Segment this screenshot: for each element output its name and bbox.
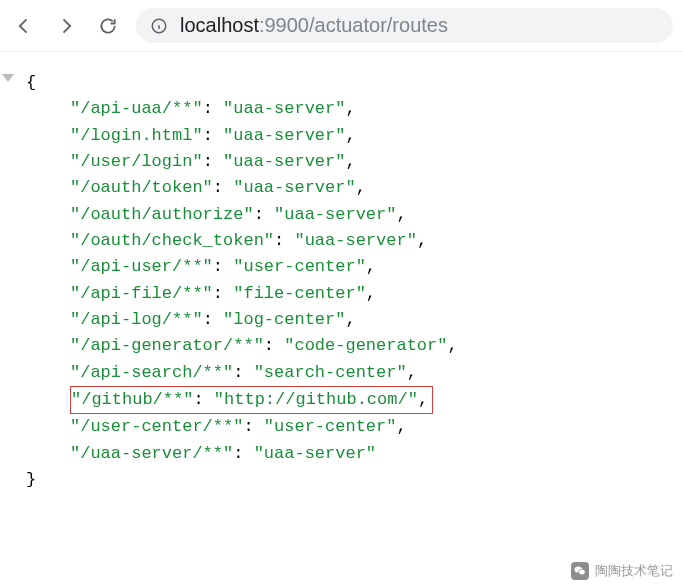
json-key: "/api-user/**" — [70, 257, 213, 276]
json-key: "/github/**" — [71, 390, 193, 409]
json-colon: : — [203, 99, 223, 118]
json-colon: : — [203, 152, 223, 171]
json-entry: "/user-center/**": "user-center", — [8, 414, 675, 440]
json-comma: , — [356, 178, 366, 197]
json-key: "/oauth/authorize" — [70, 205, 254, 224]
json-value: "uaa-server" — [274, 205, 396, 224]
watermark-text: 陶陶技术笔记 — [595, 562, 673, 580]
json-comma: , — [417, 231, 427, 250]
json-viewer: { "/api-uaa/**": "uaa-server","/login.ht… — [0, 52, 683, 504]
url-path: :9900/actuator/routes — [259, 14, 448, 36]
json-value: "uaa-server" — [223, 99, 345, 118]
json-comma: , — [366, 257, 376, 276]
json-key: "/user-center/**" — [70, 417, 243, 436]
json-value: "file-center" — [233, 284, 366, 303]
json-colon: : — [274, 231, 294, 250]
json-entry: "/api-user/**": "user-center", — [8, 254, 675, 280]
json-comma: , — [366, 284, 376, 303]
json-colon: : — [233, 444, 253, 463]
json-colon: : — [193, 390, 213, 409]
json-comma: , — [418, 390, 428, 409]
json-entry: "/user/login": "uaa-server", — [8, 149, 675, 175]
json-value: "uaa-server" — [254, 444, 376, 463]
url-host: localhost — [180, 14, 259, 36]
json-entry: "/uaa-server/**": "uaa-server" — [8, 441, 675, 467]
json-entry: "/api-uaa/**": "uaa-server", — [8, 96, 675, 122]
json-colon: : — [233, 363, 253, 382]
json-colon: : — [243, 417, 263, 436]
json-colon: : — [203, 310, 223, 329]
json-comma: , — [447, 336, 457, 355]
json-entry: "/oauth/authorize": "uaa-server", — [8, 202, 675, 228]
json-comma: , — [345, 99, 355, 118]
json-key: "/user/login" — [70, 152, 203, 171]
address-bar[interactable]: localhost:9900/actuator/routes — [136, 8, 673, 43]
json-key: "/oauth/check_token" — [70, 231, 274, 250]
json-entry: "/oauth/token": "uaa-server", — [8, 175, 675, 201]
json-key: "/api-uaa/**" — [70, 99, 203, 118]
json-value: "user-center" — [264, 417, 397, 436]
json-value: "search-center" — [254, 363, 407, 382]
json-open-brace: { — [26, 70, 675, 96]
json-comma: , — [345, 310, 355, 329]
json-colon: : — [254, 205, 274, 224]
url-text: localhost:9900/actuator/routes — [180, 14, 448, 37]
wechat-icon — [571, 562, 589, 580]
reload-button[interactable] — [94, 12, 122, 40]
json-comma: , — [396, 417, 406, 436]
json-value: "user-center" — [233, 257, 366, 276]
back-button[interactable] — [10, 12, 38, 40]
json-key: "/oauth/token" — [70, 178, 213, 197]
json-entry: "/api-file/**": "file-center", — [8, 281, 675, 307]
json-key: "/api-generator/**" — [70, 336, 264, 355]
json-entry: "/github/**": "http://github.com/", — [70, 386, 433, 414]
json-close-brace: } — [26, 467, 675, 493]
json-entry: "/api-generator/**": "code-generator", — [8, 333, 675, 359]
browser-toolbar: localhost:9900/actuator/routes — [0, 0, 683, 52]
json-entry: "/api-search/**": "search-center", — [8, 360, 675, 386]
json-colon: : — [264, 336, 284, 355]
json-key: "/login.html" — [70, 126, 203, 145]
json-colon: : — [213, 178, 233, 197]
json-colon: : — [203, 126, 223, 145]
json-entry: "/oauth/check_token": "uaa-server", — [8, 228, 675, 254]
json-key: "/uaa-server/**" — [70, 444, 233, 463]
json-comma: , — [345, 126, 355, 145]
json-colon: : — [213, 284, 233, 303]
json-value: "log-center" — [223, 310, 345, 329]
json-comma: , — [407, 363, 417, 382]
json-value: "uaa-server" — [233, 178, 355, 197]
json-colon: : — [213, 257, 233, 276]
json-comma: , — [345, 152, 355, 171]
json-entry: "/api-log/**": "log-center", — [8, 307, 675, 333]
json-value: "http://github.com/" — [214, 390, 418, 409]
json-entries: "/api-uaa/**": "uaa-server","/login.html… — [8, 96, 675, 467]
json-key: "/api-search/**" — [70, 363, 233, 382]
json-value: "uaa-server" — [223, 126, 345, 145]
site-info-icon[interactable] — [150, 17, 168, 35]
forward-button[interactable] — [52, 12, 80, 40]
json-value: "uaa-server" — [294, 231, 416, 250]
json-key: "/api-log/**" — [70, 310, 203, 329]
json-value: "uaa-server" — [223, 152, 345, 171]
json-key: "/api-file/**" — [70, 284, 213, 303]
json-comma: , — [396, 205, 406, 224]
json-value: "code-generator" — [284, 336, 447, 355]
collapse-toggle-icon[interactable] — [2, 74, 14, 82]
watermark: 陶陶技术笔记 — [571, 562, 673, 580]
json-entry: "/login.html": "uaa-server", — [8, 123, 675, 149]
